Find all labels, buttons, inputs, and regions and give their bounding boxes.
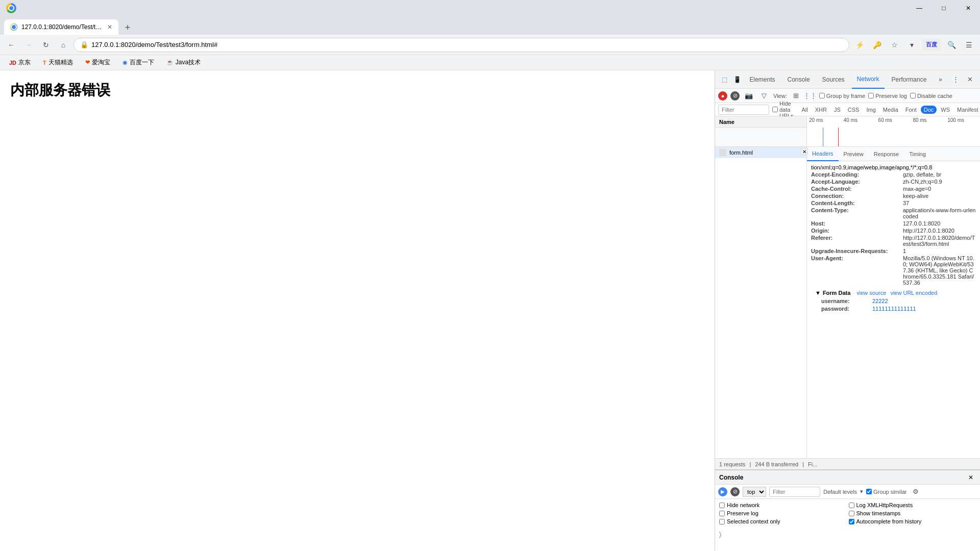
console-settings-button[interactable]: ⚙	[910, 486, 922, 498]
bookmark-aitaobao[interactable]: ❤ 爱淘宝	[82, 57, 113, 68]
header-accept-encoding: Accept-Encoding: gzip, deflate, br	[811, 171, 976, 178]
forward-button[interactable]: →	[21, 38, 36, 52]
network-row-form[interactable]: form.html	[715, 147, 806, 158]
console-options: Hide network Log XMLHttpRequests Preserv…	[715, 499, 980, 528]
lightning-icon[interactable]: ⚡	[852, 38, 867, 52]
filter-media[interactable]: Media	[880, 106, 901, 114]
close-list-panel-button[interactable]: ✕	[801, 148, 808, 155]
filter-button[interactable]: ▽	[758, 90, 770, 102]
filter-manifest[interactable]: Manifest	[954, 106, 980, 114]
address-bar[interactable]: 🔒 127.0.0.1:8020/demo/Test/test3/form.ht…	[74, 38, 849, 52]
console-filter-input[interactable]	[769, 487, 820, 497]
status-separator-2: |	[802, 461, 804, 467]
tab-more[interactable]: »	[934, 70, 947, 89]
network-list: form.html	[715, 147, 807, 458]
hide-network-option[interactable]: Hide network	[719, 502, 847, 508]
reload-button[interactable]: ↻	[39, 38, 53, 52]
back-button[interactable]: ←	[4, 38, 18, 52]
console-expand-button[interactable]: 〉	[719, 531, 721, 539]
record-button[interactable]: ●	[718, 91, 727, 101]
detail-tab-preview[interactable]: Preview	[839, 147, 869, 161]
star-icon[interactable]: ☆	[887, 38, 901, 52]
header-val-accept-language: zh-CN,zh;q=0.9	[903, 179, 942, 185]
close-window-button[interactable]: ✕	[957, 0, 980, 16]
inspect-element-button[interactable]: ⬚	[719, 72, 730, 87]
home-button[interactable]: ⌂	[56, 38, 70, 52]
active-tab[interactable]: 127.0.0.1:8020/demo/Test/tes... ✕	[4, 19, 118, 35]
console-stop-button[interactable]: ⊘	[730, 487, 740, 496]
header-val-referer: http://127.0.0.1:8020/demo/Test/test3/fo…	[903, 235, 976, 247]
bookmark-baidu[interactable]: ◉ 百度一下	[119, 57, 157, 68]
header-key-origin: Origin:	[811, 228, 903, 234]
view-source-link[interactable]: view source	[856, 290, 886, 296]
baidu-icon[interactable]: 百度	[922, 39, 941, 51]
detail-tab-headers[interactable]: Headers	[807, 147, 839, 161]
minimize-button[interactable]: —	[908, 0, 931, 16]
chevron-down-icon[interactable]: ▾	[904, 38, 919, 52]
header-referer: Referer: http://127.0.0.1:8020/demo/Test…	[811, 235, 976, 247]
filter-img[interactable]: Img	[863, 106, 878, 114]
tab-performance[interactable]: Performance	[887, 70, 932, 89]
maximize-button[interactable]: □	[932, 0, 955, 16]
timeline-label-20: 20 ms	[807, 117, 842, 123]
search-icon[interactable]: 🔍	[944, 38, 959, 52]
disable-cache-checkbox[interactable]: Disable cache	[910, 93, 952, 99]
clear-button[interactable]: ⊘	[730, 91, 740, 101]
timeline-area: 20 ms 40 ms 60 ms 80 ms 100 ms	[807, 116, 980, 146]
detail-tab-timing[interactable]: Timing	[904, 147, 931, 161]
filter-css[interactable]: CSS	[845, 106, 863, 114]
view-label: View:	[773, 93, 787, 99]
devtools-more-button[interactable]: ⋮	[949, 73, 962, 86]
console-close-button[interactable]: ✕	[966, 472, 976, 483]
console-play-button[interactable]: ▶	[718, 487, 727, 496]
requests-count: 1 requests	[719, 461, 745, 467]
header-key-content-length: Content-Length:	[811, 200, 903, 206]
key-icon[interactable]: 🔑	[870, 38, 884, 52]
filter-doc[interactable]: Doc	[921, 106, 937, 114]
filter-js[interactable]: JS	[831, 106, 844, 114]
console-toolbar: ▶ ⊘ top Default levels ▾ Group similar ⚙	[715, 485, 980, 499]
group-by-frame-checkbox[interactable]: Group by frame	[819, 93, 865, 99]
window-controls: — □ ✕	[908, 0, 980, 16]
filter-font[interactable]: Font	[902, 106, 920, 114]
header-content-type: Content-Type: application/x-www-form-url…	[811, 207, 976, 219]
tab-console[interactable]: Console	[782, 70, 815, 89]
bookmark-tmall[interactable]: T 天猫精选	[40, 57, 76, 68]
filter-all[interactable]: All	[799, 106, 811, 114]
console-context-select[interactable]: top	[743, 487, 766, 497]
detail-tab-response[interactable]: Response	[869, 147, 904, 161]
tab-sources[interactable]: Sources	[817, 70, 850, 89]
autocomplete-option[interactable]: Autocomplete from history	[849, 518, 976, 524]
menu-icon[interactable]: ☰	[962, 38, 976, 52]
devtools-close-button[interactable]: ✕	[964, 73, 976, 86]
new-tab-button[interactable]: +	[120, 20, 135, 35]
tab-close-button[interactable]: ✕	[107, 23, 112, 31]
filter-input[interactable]	[718, 105, 769, 115]
preserve-log-checkbox[interactable]: Preserve log	[868, 93, 907, 99]
screenshot-button[interactable]: 📷	[743, 90, 755, 102]
selected-context-option[interactable]: Selected context only	[719, 518, 847, 524]
log-xmlhttp-option[interactable]: Log XMLHttpRequests	[849, 502, 976, 508]
bookmark-java[interactable]: ☕ Java技术	[163, 57, 204, 68]
device-toolbar-button[interactable]: 📱	[732, 72, 743, 87]
header-val-accept-encoding: gzip, deflate, br	[903, 171, 941, 178]
header-key-connection: Connection:	[811, 193, 903, 199]
devtools-panel: ⬚ 📱 Elements Console Sources Network Per…	[715, 70, 980, 551]
show-timestamps-option[interactable]: Show timestamps	[849, 510, 976, 516]
tab-favicon	[10, 23, 17, 31]
filter-ws[interactable]: WS	[938, 106, 953, 114]
preserve-log-option[interactable]: Preserve log	[719, 510, 847, 516]
header-val-connection: keep-alive	[903, 193, 928, 199]
tab-network[interactable]: Network	[852, 70, 885, 89]
waterfall-view-button[interactable]: ⋮⋮	[804, 90, 816, 102]
tab-elements[interactable]: Elements	[745, 70, 780, 89]
bookmark-jd[interactable]: JD 京东	[6, 57, 34, 68]
timeline-label-100: 100 ms	[945, 117, 980, 123]
filter-xhr[interactable]: XHR	[812, 106, 830, 114]
network-status-bar: 1 requests | 244 B transferred | Fi...	[715, 458, 980, 469]
group-similar-checkbox[interactable]: Group similar	[866, 489, 906, 495]
default-levels-label: Default levels	[823, 489, 857, 495]
request-name: form.html	[729, 149, 753, 156]
view-url-encoded-link[interactable]: view URL encoded	[890, 290, 937, 296]
header-user-agent: User-Agent: Mozilla/5.0 (Windows NT 10.0…	[811, 255, 976, 286]
